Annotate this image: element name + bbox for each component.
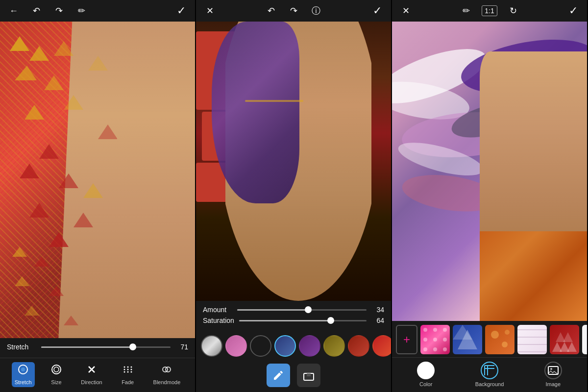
amount-fill — [237, 309, 308, 311]
add-bg-button[interactable]: + — [396, 325, 417, 354]
paint-tools — [196, 361, 391, 392]
tool-fade[interactable]: Fade — [119, 362, 137, 387]
image-type-icon — [544, 362, 562, 379]
check-button-3[interactable]: ✓ — [566, 4, 580, 18]
amount-track[interactable] — [237, 309, 367, 311]
direction-tool-label: Direction — [81, 379, 102, 385]
svg-point-7 — [123, 367, 125, 368]
stretch-slider-row: Stretch 71 — [7, 343, 188, 351]
eraser-icon — [303, 369, 315, 381]
saturation-slider-row: Saturation 64 — [203, 317, 384, 324]
swatch-olive[interactable] — [323, 335, 345, 357]
bg-thumb-6[interactable] — [582, 325, 587, 354]
saturation-track[interactable] — [239, 320, 367, 321]
scatter-triangles — [0, 22, 117, 338]
undo-button-1[interactable]: ↶ — [29, 4, 43, 18]
swatch-pink[interactable] — [225, 335, 247, 357]
panel-background: ✕ ✏ 1:1 ↻ ✓ — [392, 0, 588, 392]
amount-value: 34 — [371, 306, 384, 314]
eraser-button-3[interactable]: ✏ — [459, 4, 473, 18]
thumb-pattern-3 — [485, 325, 514, 354]
tri — [10, 36, 29, 51]
tool-stretch[interactable]: Stretch — [12, 362, 35, 387]
image-area-1 — [0, 22, 195, 338]
swatch-black[interactable] — [250, 335, 271, 357]
svg-point-24 — [443, 338, 447, 342]
bg-thumb-3[interactable] — [485, 325, 514, 354]
bg-type-image[interactable]: Image — [544, 362, 562, 387]
redo-button-2[interactable]: ↷ — [287, 4, 300, 18]
ratio-button[interactable]: 1:1 — [482, 5, 497, 16]
slider-section-2: Amount 34 Saturation 64 — [196, 301, 391, 331]
close-button-3[interactable]: ✕ — [399, 4, 413, 18]
info-button-2[interactable]: ⓘ — [309, 4, 323, 18]
stretch-thumb[interactable] — [129, 343, 136, 350]
refresh-button[interactable]: ↻ — [506, 4, 520, 18]
swatch-darkred[interactable] — [348, 335, 369, 357]
svg-point-25 — [423, 347, 427, 351]
stretch-svg — [18, 364, 28, 375]
size-icon — [51, 364, 62, 377]
eraser-button-1[interactable]: ✏ — [74, 4, 88, 18]
amount-thumb[interactable] — [305, 306, 312, 313]
svg-point-26 — [433, 347, 437, 351]
topbar-3: ✕ ✏ 1:1 ↻ ✓ — [392, 0, 587, 22]
svg-point-27 — [443, 347, 447, 351]
size-svg — [51, 364, 62, 375]
tri — [49, 232, 69, 247]
bg-type-background[interactable]: Background — [475, 362, 504, 387]
bottom-controls-3: + — [392, 321, 587, 392]
stretch-tool-label: Stretch — [15, 379, 32, 385]
swatch-metallic[interactable] — [201, 335, 222, 357]
tool-blendmode[interactable]: Blendmode — [150, 362, 184, 387]
tri — [44, 75, 64, 90]
saturation-label: Saturation — [203, 317, 234, 324]
swatch-blue-active[interactable] — [274, 335, 296, 357]
thumb-pattern-2 — [453, 325, 482, 354]
tool-size[interactable]: Size — [48, 362, 65, 387]
thumb-pattern-1 — [420, 325, 450, 354]
svg-point-20 — [433, 328, 437, 332]
tool-direction[interactable]: Direction — [78, 362, 105, 387]
topbar-center-2: ↶ ↷ ⓘ — [264, 4, 323, 18]
close-button-2[interactable]: ✕ — [203, 4, 217, 18]
bottom-controls-2: Amount 34 Saturation 64 — [196, 301, 391, 392]
background-type-icon — [481, 362, 498, 379]
check-button-2[interactable]: ✓ — [370, 4, 384, 18]
svg-point-13 — [130, 367, 132, 368]
hair-purple — [212, 22, 299, 203]
svg-point-51 — [550, 368, 552, 370]
bg-thumb-1[interactable] — [420, 325, 450, 354]
svg-point-31 — [502, 342, 508, 347]
svg-point-11 — [127, 371, 128, 373]
thumb-pattern-5 — [550, 325, 579, 354]
bg-thumb-4[interactable] — [517, 325, 547, 354]
redo-button-1[interactable]: ↷ — [52, 4, 66, 18]
svg-marker-41 — [563, 332, 573, 342]
check-button-1[interactable]: ✓ — [174, 4, 188, 18]
size-tool-label: Size — [51, 379, 61, 385]
eraser-paint-button[interactable] — [297, 364, 320, 387]
swatch-red[interactable] — [372, 335, 391, 357]
stretch-icon — [18, 364, 28, 377]
brush-button[interactable] — [267, 364, 290, 387]
svg-point-12 — [130, 369, 132, 370]
svg-point-22 — [423, 338, 427, 342]
bg-thumb-2[interactable] — [453, 325, 482, 354]
bg-type-bar: Color Background — [392, 357, 587, 392]
bg-type-color[interactable]: Color — [417, 362, 435, 387]
back-button[interactable]: ← — [7, 4, 21, 18]
tri — [29, 203, 49, 218]
color-swatches — [196, 331, 391, 361]
bg-thumb-5[interactable] — [550, 325, 579, 354]
panel-color: ✕ ↶ ↷ ⓘ ✓ Amount — [196, 0, 392, 392]
stretch-track[interactable] — [41, 346, 171, 348]
stretch-fill — [41, 346, 133, 348]
dress-orange — [480, 231, 587, 321]
swatch-purple[interactable] — [299, 335, 320, 357]
color-type-label: Color — [419, 381, 432, 387]
undo-button-2[interactable]: ↶ — [264, 4, 278, 18]
tri — [29, 46, 49, 61]
tri — [34, 257, 49, 267]
saturation-thumb[interactable] — [327, 317, 334, 324]
